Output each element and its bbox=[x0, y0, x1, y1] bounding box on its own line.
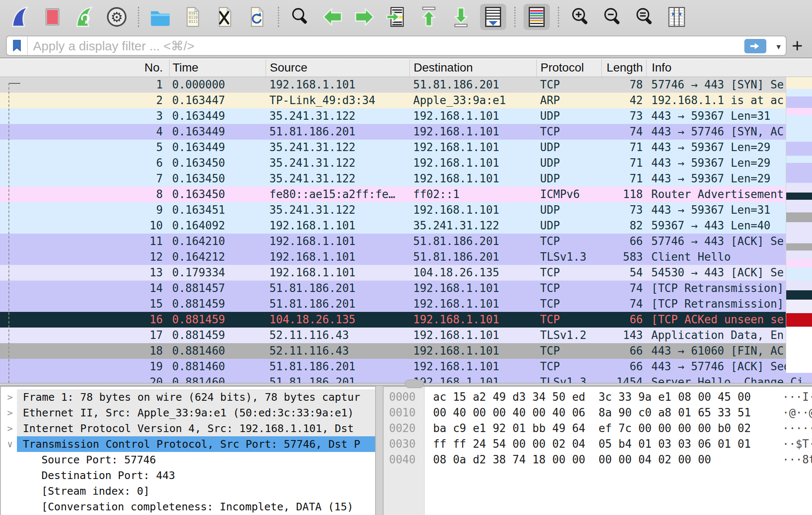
zoom-out-button[interactable] bbox=[599, 4, 625, 30]
intelligent-scrollbar[interactable] bbox=[786, 77, 812, 373]
packet-row[interactable]: 170.88145952.11.116.43192.168.1.101TLSv1… bbox=[0, 328, 812, 343]
packet-source: 35.241.31.122 bbox=[266, 140, 409, 155]
detail-row[interactable]: Destination Port: 443 bbox=[1, 468, 375, 483]
detail-row[interactable]: [Stream index: 0] bbox=[1, 483, 375, 499]
packet-row[interactable]: 100.164092192.168.1.10135.241.31.122UDP8… bbox=[0, 218, 812, 234]
column-header-source[interactable]: Source bbox=[266, 59, 409, 77]
restart-capture-button[interactable] bbox=[71, 4, 98, 30]
minimap-segment bbox=[786, 96, 812, 108]
packet-row[interactable]: 190.88146051.81.186.201192.168.1.101TCP6… bbox=[0, 359, 812, 375]
gear-icon: ⚙ bbox=[105, 6, 128, 28]
hex-row[interactable]: 0000ac 15 a2 49 d3 34 50 ed 3c 33 9a e1 … bbox=[384, 389, 812, 405]
go-to-bottom-button[interactable] bbox=[448, 4, 474, 30]
scrollbar-thumb[interactable] bbox=[405, 380, 424, 388]
packet-row[interactable]: 110.164210192.168.1.10151.81.186.201TCP6… bbox=[0, 234, 812, 249]
hex-row[interactable]: 001000 40 00 00 40 00 40 06 8a 90 c0 a8 … bbox=[384, 405, 812, 421]
auto-scroll-button[interactable] bbox=[480, 4, 506, 30]
shark-fin-icon bbox=[9, 6, 32, 28]
column-header-protocol[interactable]: Protocol bbox=[536, 59, 601, 77]
minimap-segment bbox=[786, 200, 812, 212]
wireshark-window: ⚙010101100111 Apply a display filter ...… bbox=[0, 0, 812, 515]
packet-time: 0.881457 bbox=[169, 281, 266, 296]
packet-time: 0.881459 bbox=[169, 296, 266, 312]
zoom-reset-button[interactable] bbox=[631, 4, 658, 30]
start-capture-button[interactable] bbox=[7, 4, 33, 30]
filter-dropdown-caret[interactable]: ▾ bbox=[776, 41, 781, 52]
packet-row[interactable]: 50.16344935.241.31.122192.168.1.101UDP71… bbox=[0, 140, 812, 155]
filter-bookmark-button[interactable] bbox=[7, 36, 28, 55]
right-arrow-icon bbox=[748, 41, 763, 51]
capture-options-button[interactable]: ⚙ bbox=[104, 4, 130, 30]
packet-destination: 104.18.26.135 bbox=[409, 265, 536, 281]
detail-row[interactable]: [Conversation completeness: Incomplete, … bbox=[1, 499, 375, 515]
hex-offset: 0020 bbox=[389, 421, 416, 436]
apply-filter-button[interactable] bbox=[744, 39, 766, 53]
go-to-top-button[interactable] bbox=[416, 4, 442, 30]
zoom-in-button[interactable] bbox=[567, 4, 593, 30]
packet-length: 583 bbox=[601, 249, 646, 265]
close-capture-file-button[interactable] bbox=[211, 4, 238, 30]
detail-row[interactable]: ∨Transmission Control Protocol, Src Port… bbox=[1, 436, 375, 452]
save-capture-file-button[interactable]: 010101100111 bbox=[179, 4, 206, 30]
packet-time: 0.881460 bbox=[169, 375, 266, 383]
packet-destination: 192.168.1.101 bbox=[409, 296, 536, 312]
packet-row[interactable]: 10.000000192.168.1.10151.81.186.201TCP78… bbox=[0, 77, 812, 93]
packet-row[interactable]: 30.16344935.241.31.122192.168.1.101UDP73… bbox=[0, 108, 812, 124]
hex-row[interactable]: 0030ff ff 24 54 00 00 02 04 05 b4 01 03 … bbox=[384, 436, 812, 452]
go-to-packet-button[interactable] bbox=[384, 4, 410, 30]
packet-protocol: TCP bbox=[536, 265, 601, 281]
filter-placeholder: Apply a display filter ... <⌘/> bbox=[33, 39, 195, 53]
add-filter-button[interactable]: + bbox=[788, 36, 806, 56]
hex-row[interactable]: 0020ba c9 e1 92 01 bb 49 64 ef 7c 00 00 … bbox=[384, 421, 812, 436]
packet-source: 52.11.116.43 bbox=[266, 343, 409, 359]
detail-row[interactable]: >Ethernet II, Src: Apple_33:9a:e1 (50:ed… bbox=[1, 405, 375, 421]
packet-length: 42 bbox=[601, 93, 646, 108]
packet-length: 118 bbox=[601, 187, 646, 202]
detail-row[interactable]: Source Port: 57746 bbox=[1, 452, 375, 468]
packet-length: 71 bbox=[601, 155, 646, 171]
column-header-time[interactable]: Time bbox=[169, 59, 266, 77]
packet-row[interactable]: 120.164212192.168.1.10151.81.186.201TLSv… bbox=[0, 249, 812, 265]
arrow-bottom-icon bbox=[450, 6, 472, 28]
packet-row[interactable]: 80.163450fe80::ae15:a2ff:fe…ff02::1ICMPv… bbox=[0, 187, 812, 202]
detail-row[interactable]: >Internet Protocol Version 4, Src: 192.1… bbox=[1, 421, 375, 436]
go-back-button[interactable] bbox=[319, 4, 346, 30]
column-header-destination[interactable]: Destination bbox=[409, 59, 536, 77]
find-packet-button[interactable] bbox=[287, 4, 313, 30]
magnifier-equal-icon bbox=[633, 6, 656, 28]
packet-destination: ff02::1 bbox=[409, 187, 536, 202]
open-capture-file-button[interactable] bbox=[147, 4, 173, 30]
packet-length: 66 bbox=[601, 234, 646, 249]
packet-protocol: TLSv1.3 bbox=[536, 375, 601, 383]
packet-row[interactable]: 140.88145751.81.186.201192.168.1.101TCP7… bbox=[0, 281, 812, 296]
conversation-bracket-line bbox=[8, 83, 9, 383]
packet-row[interactable]: 130.179334192.168.1.101104.18.26.135TCP5… bbox=[0, 265, 812, 281]
hex-row[interactable]: 004008 0a d2 38 74 18 00 00 00 00 04 02 … bbox=[384, 452, 812, 468]
minimap-segment bbox=[786, 183, 812, 193]
magnifier-icon bbox=[289, 6, 312, 28]
minimap-segment bbox=[786, 115, 812, 142]
packet-row[interactable]: 60.16345035.241.31.122192.168.1.101UDP71… bbox=[0, 155, 812, 171]
packet-row[interactable]: 40.16344951.81.186.201192.168.1.101TCP74… bbox=[0, 124, 812, 140]
packet-row[interactable]: 70.16345035.241.31.122192.168.1.101UDP71… bbox=[0, 171, 812, 187]
packet-row[interactable]: 150.88145951.81.186.201192.168.1.101TCP7… bbox=[0, 296, 812, 312]
go-forward-button[interactable] bbox=[351, 4, 378, 30]
packet-protocol: UDP bbox=[536, 171, 601, 187]
packet-row[interactable]: 180.88146052.11.116.43192.168.1.101TCP66… bbox=[0, 343, 812, 359]
close-file-icon bbox=[213, 6, 236, 28]
column-header-length[interactable]: Length bbox=[601, 59, 646, 77]
resize-columns-button[interactable] bbox=[664, 4, 690, 30]
packet-row[interactable]: 160.881459104.18.26.135192.168.1.101TCP6… bbox=[0, 312, 812, 328]
display-filter-input[interactable]: Apply a display filter ... <⌘/> ▾ bbox=[6, 36, 787, 56]
column-header-info[interactable]: Info bbox=[646, 59, 812, 77]
detail-row[interactable]: >Frame 1: 78 bytes on wire (624 bits), 7… bbox=[1, 389, 375, 405]
packet-row[interactable]: 90.16345135.241.31.122192.168.1.101UDP73… bbox=[0, 202, 812, 218]
column-header-no[interactable]: No. bbox=[0, 59, 169, 77]
packet-time: 0.164212 bbox=[169, 249, 266, 265]
reload-capture-file-button[interactable] bbox=[244, 4, 270, 30]
packet-row[interactable]: 20.163447TP-Link_49:d3:34Apple_33:9a:e1A… bbox=[0, 93, 812, 108]
colorize-packets-button[interactable] bbox=[524, 4, 550, 30]
stop-capture-button[interactable] bbox=[39, 4, 66, 30]
packet-destination: 192.168.1.101 bbox=[409, 328, 536, 343]
packet-time: 0.163449 bbox=[169, 124, 266, 140]
